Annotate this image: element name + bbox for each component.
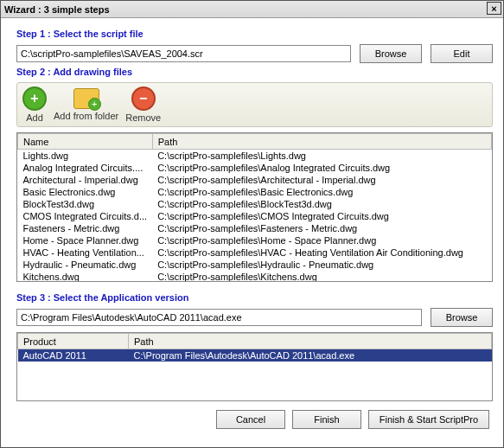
cell-path: C:\scriptPro-samplefiles\BlockTest3d.dwg (152, 198, 491, 210)
table-row[interactable]: Basic Electronics.dwgC:\scriptPro-sample… (18, 186, 492, 198)
folder-plus-icon (73, 88, 99, 109)
table-row (18, 362, 492, 374)
add-button[interactable]: + Add (22, 86, 47, 123)
close-icon[interactable]: × (487, 2, 501, 15)
cell-name: Basic Electronics.dwg (18, 186, 153, 198)
drawing-toolbar: + Add Add from folder − Remove (16, 82, 493, 127)
products-table[interactable]: Product Path AutoCAD 2011C:\Program File… (16, 332, 493, 401)
cell-path: C:\scriptPro-samplefiles\Basic Electroni… (152, 186, 491, 198)
table-row[interactable]: Home - Space Planner.dwgC:\scriptPro-sam… (18, 234, 492, 246)
add-from-folder-button[interactable]: Add from folder (54, 88, 118, 121)
cell-name: CMOS Integrated Circuits.d... (18, 210, 153, 222)
col-header-path[interactable]: Path (152, 134, 491, 150)
table-row (18, 386, 492, 398)
remove-button[interactable]: − Remove (125, 86, 161, 123)
remove-label: Remove (125, 112, 161, 123)
table-row[interactable]: Architectural - Imperial.dwgC:\scriptPro… (18, 174, 492, 186)
table-row[interactable]: Kitchens.dwgC:\scriptPro-samplefiles\Kit… (18, 271, 492, 282)
cell-path: C:\Program Files\Autodesk\AutoCAD 2011\a… (129, 349, 492, 362)
finish-button[interactable]: Finish (292, 410, 361, 429)
titlebar: Wizard : 3 simple steps × (1, 1, 503, 18)
table-row[interactable]: Lights.dwgC:\scriptPro-samplefiles\Light… (18, 150, 492, 163)
minus-icon: − (131, 86, 156, 111)
cell-path: C:\scriptPro-samplefiles\Analog Integrat… (152, 162, 491, 174)
step2-label: Step 2 : Add drawing files (16, 67, 493, 77)
col-header-product[interactable]: Product (18, 334, 129, 349)
plus-icon: + (22, 86, 47, 111)
window-title: Wizard : 3 simple steps (4, 4, 110, 15)
cell-path: C:\scriptPro-samplefiles\Fasteners - Met… (152, 222, 491, 234)
table-row[interactable]: Fasteners - Metric.dwgC:\scriptPro-sampl… (18, 222, 492, 234)
col-header-name[interactable]: Name (18, 134, 153, 150)
cell-name: Kitchens.dwg (18, 271, 153, 282)
browse-app-button[interactable]: Browse (431, 308, 493, 327)
cell-name: Fasteners - Metric.dwg (18, 222, 153, 234)
step3-label: Step 3 : Select the Application version (16, 292, 493, 303)
table-row[interactable]: Hydraulic - Pneumatic.dwgC:\scriptPro-sa… (18, 259, 492, 271)
cell-path: C:\scriptPro-samplefiles\Lights.dwg (152, 150, 491, 163)
app-path-input[interactable] (16, 309, 422, 326)
browse-script-button[interactable]: Browse (360, 44, 422, 63)
cell-path: C:\scriptPro-samplefiles\Hydraulic - Pne… (152, 259, 491, 271)
table-row[interactable]: HVAC - Heating Ventilation...C:\scriptPr… (18, 246, 492, 259)
col-header-prod-path[interactable]: Path (129, 334, 492, 349)
cell-name: Hydraulic - Pneumatic.dwg (18, 259, 153, 271)
cell-name: Home - Space Planner.dwg (18, 234, 153, 246)
table-row[interactable]: CMOS Integrated Circuits.d...C:\scriptPr… (18, 210, 492, 222)
table-row[interactable]: BlockTest3d.dwgC:\scriptPro-samplefiles\… (18, 198, 492, 210)
cell-name: HVAC - Heating Ventilation... (18, 246, 153, 259)
cell-path: C:\scriptPro-samplefiles\Architectural -… (152, 174, 491, 186)
cell-name: Lights.dwg (18, 150, 153, 163)
cancel-button[interactable]: Cancel (216, 410, 285, 429)
cell-path: C:\scriptPro-samplefiles\Home - Space Pl… (152, 234, 491, 246)
cell-path: C:\scriptPro-samplefiles\CMOS Integrated… (152, 210, 491, 222)
cell-name: Architectural - Imperial.dwg (18, 174, 153, 186)
cell-product: AutoCAD 2011 (18, 349, 129, 362)
cell-path: C:\scriptPro-samplefiles\HVAC - Heating … (152, 246, 491, 259)
cell-name: Analog Integrated Circuits.... (18, 162, 153, 174)
table-row[interactable]: Analog Integrated Circuits....C:\scriptP… (18, 162, 492, 174)
cell-path: C:\scriptPro-samplefiles\Kitchens.dwg (152, 271, 491, 282)
edit-script-button[interactable]: Edit (431, 44, 493, 63)
finish-start-button[interactable]: Finish & Start ScriptPro (368, 410, 489, 429)
drawings-table[interactable]: Name Path Lights.dwgC:\scriptPro-samplef… (16, 132, 493, 282)
script-path-input[interactable] (16, 45, 351, 62)
cell-name: BlockTest3d.dwg (18, 198, 153, 210)
step1-label: Step 1 : Select the script file (16, 29, 493, 39)
add-folder-label: Add from folder (54, 111, 118, 121)
table-row[interactable]: AutoCAD 2011C:\Program Files\Autodesk\Au… (18, 349, 492, 362)
table-row (18, 374, 492, 386)
add-label: Add (26, 112, 43, 123)
